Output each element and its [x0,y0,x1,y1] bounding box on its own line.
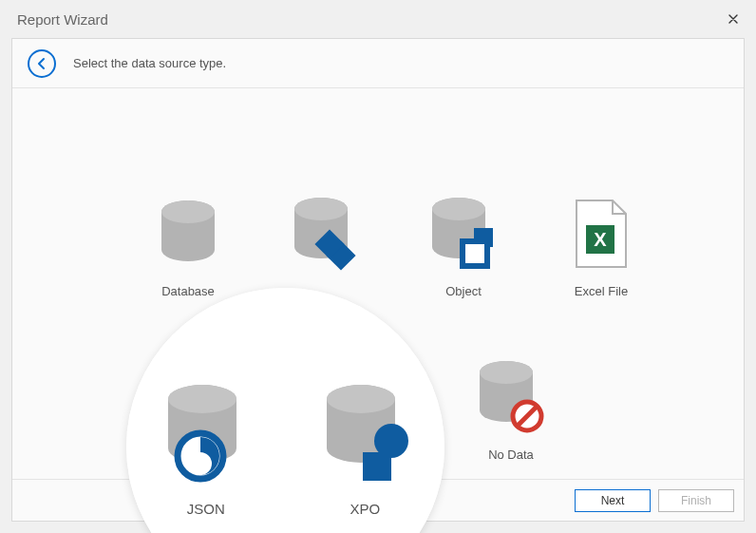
option-label: No Data [444,447,577,462]
options-grid: Database [12,88,744,136]
json-icon [140,377,273,491]
option-label: XPO [350,501,380,517]
wizard-panel: Select the data source type. Database [11,38,745,522]
svg-text:X: X [594,229,607,250]
close-icon [728,14,738,24]
title-bar: Report Wizard [0,0,756,38]
object-icon [397,193,530,278]
svg-point-23 [327,385,395,413]
svg-point-7 [432,198,485,220]
svg-rect-25 [363,452,391,481]
option-label: JSON [187,501,225,517]
instruction-text: Select the data source type. [73,56,226,70]
panel-header: Select the data source type. [12,39,744,88]
option-entityframework[interactable] [259,193,392,284]
option-label: Object [397,284,530,298]
back-button[interactable] [28,49,56,78]
svg-point-3 [294,198,348,220]
highlight-magnifier: JSON XPO [126,288,444,533]
svg-point-14 [480,361,533,384]
option-nodata[interactable]: No Data [444,356,577,462]
nodata-icon [444,356,577,442]
finish-button: Finish [658,489,734,512]
next-button[interactable]: Next [575,489,651,512]
window-title: Report Wizard [17,11,108,28]
option-json[interactable]: JSON [126,288,286,533]
ef-icon [259,193,392,278]
close-button[interactable] [722,8,745,30]
excel-icon: X [535,193,668,278]
option-database[interactable]: Database [122,193,255,298]
option-xpo[interactable]: XPO [286,288,445,533]
database-icon [122,193,255,278]
option-label: Excel File [535,284,668,298]
option-excel[interactable]: X Excel File [535,193,668,298]
xpo-icon [298,377,431,491]
option-object[interactable]: Object [397,193,530,298]
svg-point-19 [168,385,236,413]
arrow-left-icon [35,57,48,70]
svg-rect-9 [463,241,487,266]
svg-point-1 [161,200,215,223]
